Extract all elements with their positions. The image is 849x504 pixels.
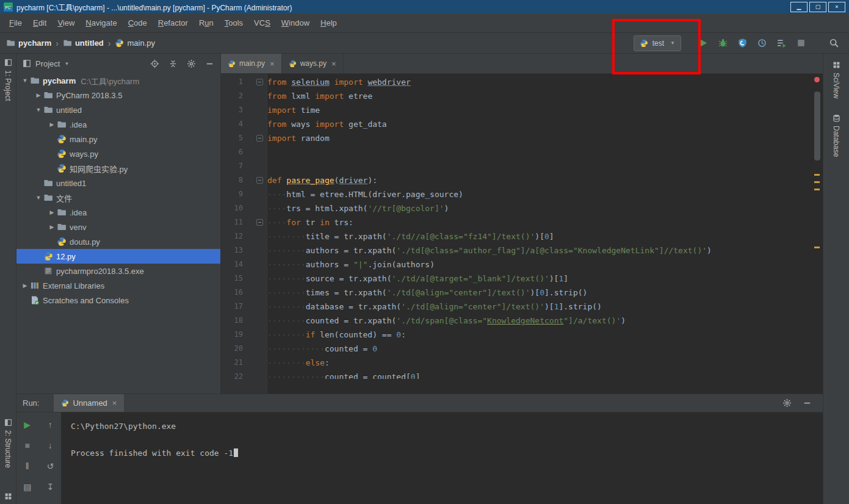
search-everywhere-button[interactable] [828,38,839,49]
tree-item-untitled1[interactable]: untitled1 [16,176,220,190]
fold-marker-icon[interactable]: − [256,135,263,142]
tree-item-main.py[interactable]: main.py [16,132,220,146]
code-line[interactable]: 19········if len(counted) == 0: [221,328,813,342]
line-number[interactable]: 17 [221,300,243,314]
minimize-window-button[interactable]: ▁ [790,2,807,12]
run-console[interactable]: C:\Python27\python.exe Process finished … [61,412,823,504]
line-number[interactable]: 13 [221,243,243,257]
menu-file[interactable]: File [4,18,27,27]
profile-button[interactable] [756,38,767,49]
run-configurations-button[interactable] [776,38,787,49]
line-number[interactable]: 21 [221,356,243,370]
line-number[interactable]: 15 [221,272,243,286]
tree-item-pycharm-2018.3.5[interactable]: ▶PyCharm 2018.3.5 [16,88,220,103]
tool-tab-sciview[interactable]: SciView [832,61,840,98]
hide-button[interactable] [803,398,812,408]
code-line[interactable]: 15········source = tr.xpath('./td/a[@tar… [221,272,813,286]
code-line[interactable]: 2from lxml import etree [221,89,813,103]
close-window-button[interactable]: × [828,2,845,12]
close-icon[interactable]: × [331,59,336,68]
line-number[interactable]: 6 [221,145,243,159]
chevron-down-icon[interactable]: ▼ [34,195,43,201]
debug-button[interactable] [717,38,728,49]
line-number[interactable]: 22 [221,370,243,379]
inspection-mark[interactable] [814,189,820,190]
line-number[interactable]: 20 [221,342,243,356]
pause-output-button[interactable]: ‖ [21,460,34,472]
hide-button[interactable] [205,59,214,68]
menu-window[interactable]: Window [276,18,315,27]
tree-item-pycharm[interactable]: ▼pycharmC:\工具\pycharm [16,73,220,88]
restore-layout-button[interactable]: ↺ [44,460,56,472]
collapse-all-button[interactable] [168,59,178,68]
chevron-down-icon[interactable]: ▼ [34,107,43,113]
chevron-down-icon[interactable]: ▼ [20,77,30,84]
menu-refactor[interactable]: Refactor [153,18,193,27]
menu-run[interactable]: Run [193,18,219,27]
menu-navigate[interactable]: Navigate [80,18,122,27]
chevron-right-icon[interactable]: ▶ [34,92,43,98]
line-number[interactable]: 4 [221,117,243,131]
tool-tab-project[interactable]: 1: Project [4,59,12,101]
code-line[interactable]: 9····html = etree.HTML(driver.page_sourc… [221,187,813,201]
editor-tab-ways.py[interactable]: ways.py× [282,54,344,73]
line-number[interactable]: 16 [221,286,243,300]
code-line[interactable]: 11−····for tr in trs: [221,215,813,229]
editor-scrollbar[interactable] [813,74,822,394]
line-number[interactable]: 3 [221,103,243,117]
run-tab-unnamed[interactable]: Unnamed × [54,394,124,412]
run-button[interactable] [698,38,709,49]
settings-button[interactable] [187,59,196,68]
chevron-right-icon[interactable]: ▶ [47,121,57,128]
code-line[interactable]: 17········database = tr.xpath('./td[@ali… [221,300,813,314]
down-stack-trace-button[interactable]: ↓ [44,439,56,452]
line-number[interactable]: 11 [221,215,243,229]
code-line[interactable]: 14········authors = "|".join(authors) [221,257,813,272]
inspection-mark[interactable] [814,174,820,176]
stop-button[interactable] [795,38,806,49]
code-line[interactable]: 10····trs = html.xpath('//tr[@bgcolor]') [221,201,813,215]
code-line[interactable]: 6 [221,145,813,159]
chevron-right-icon[interactable]: ▶ [47,209,57,215]
project-panel-title[interactable]: Project [35,59,60,68]
tree-item--[interactable]: ▼文件 [16,190,220,205]
code-line[interactable]: 12········title = tr.xpath('./td//a[@cla… [221,229,813,243]
code-line[interactable]: 3import time [221,103,813,117]
locate-button[interactable] [150,59,159,68]
chevron-right-icon[interactable]: ▶ [20,283,30,289]
inspection-mark[interactable] [814,181,820,183]
settings-button[interactable] [782,398,792,408]
code-line[interactable]: 8−def pasre_page(driver): [221,173,813,187]
scroll-to-end-button[interactable]: ↧ [44,481,56,493]
tree-item-external-libraries[interactable]: ▶External Libraries [16,278,220,293]
tree-item-.idea[interactable]: ▶.idea [16,117,220,132]
line-number[interactable]: 5 [221,131,243,145]
rerun-button[interactable]: ▶ [21,419,34,431]
inspection-mark[interactable] [814,247,820,248]
code-line[interactable]: 20············counted = 0 [221,342,813,356]
code-line[interactable]: 13········authors = tr.xpath('./td[@clas… [221,243,813,257]
tool-tab-structure[interactable]: 2: Structure [4,419,12,468]
inspections-error-indicator[interactable] [814,77,820,82]
line-number[interactable]: 14 [221,257,243,272]
fold-marker-icon[interactable]: − [256,79,263,85]
tree-item-scratches-and-consoles[interactable]: Scratches and Consoles [16,293,220,308]
menu-vcs[interactable]: VCS [248,18,276,27]
menu-view[interactable]: View [52,18,80,27]
up-stack-trace-button[interactable]: ↑ [44,419,56,431]
window-titlebar[interactable]: PC pycharm [C:\工具\pycharm] - ...\untitle… [0,0,849,13]
editor-tab-main.py[interactable]: main.py× [221,54,282,73]
code-line[interactable]: 16········times = tr.xpath('./td[@align=… [221,286,813,300]
line-number[interactable]: 19 [221,328,243,342]
code-editor[interactable]: 1−from selenium import webdriver2from lx… [221,74,813,379]
tree-item-pycharmpro2018.3.5.exe[interactable]: pycharmpro2018.3.5.exe [16,264,220,278]
code-line[interactable]: 18········counted = tr.xpath('./td/span[… [221,314,813,328]
code-line[interactable]: 21········else: [221,356,813,370]
show-console-button[interactable]: ▤ [21,481,34,493]
breadcrumb-untitled[interactable]: untitled [63,38,104,48]
maximize-window-button[interactable]: ▢ [809,2,826,12]
code-line[interactable]: 22············counted = counted[0] [221,370,813,379]
scrollbar-thumb[interactable] [814,92,820,160]
line-number[interactable]: 2 [221,89,243,103]
toolwindow-switcher-icon[interactable] [4,492,12,500]
